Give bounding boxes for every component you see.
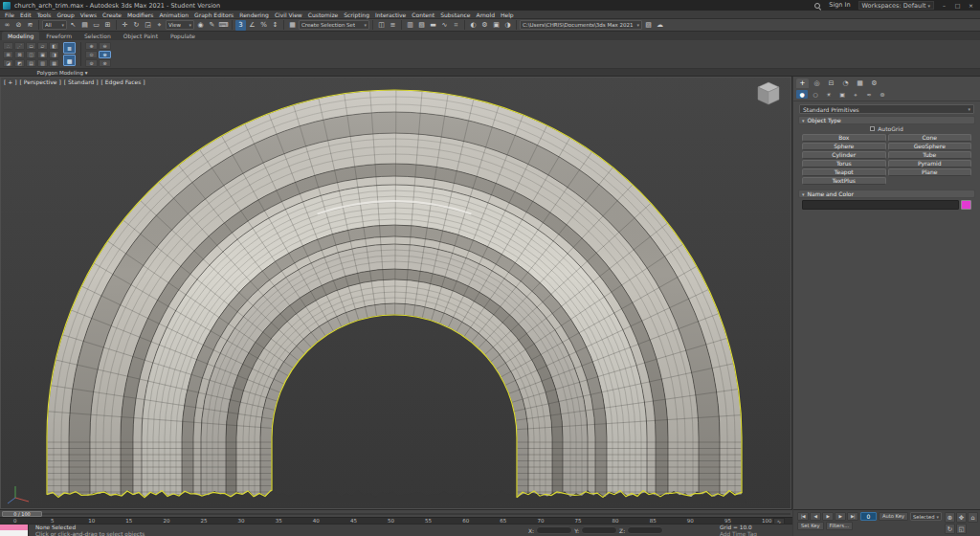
ribbon-tab-selection[interactable]: Selection xyxy=(78,32,117,40)
asset-library-icon[interactable]: ▨ xyxy=(643,20,654,31)
object-type-tube[interactable]: Tube xyxy=(888,151,972,159)
schematic-view-icon[interactable]: ⌗ xyxy=(451,20,461,31)
zoom-extents-icon[interactable]: ⌂ xyxy=(968,512,978,523)
ribbon-button[interactable]: ▦ xyxy=(49,59,59,67)
time-slider[interactable]: 0 / 100 xyxy=(0,509,792,517)
ribbon-button[interactable]: ▣ xyxy=(37,51,48,58)
use-pivot-center-icon[interactable]: ◉ xyxy=(195,20,206,31)
helpers-category[interactable]: ⌖ xyxy=(850,90,861,99)
create-tab[interactable]: + xyxy=(796,78,809,88)
pan-icon[interactable]: ✥ xyxy=(956,512,967,523)
display-tab[interactable]: ▦ xyxy=(854,78,866,88)
align-icon[interactable]: ≡ xyxy=(388,20,398,31)
geometry-category[interactable]: ● xyxy=(796,90,808,99)
lights-category[interactable]: ☀ xyxy=(823,90,835,99)
object-type-torus[interactable]: Torus xyxy=(802,160,886,168)
ribbon-button[interactable]: ▤ xyxy=(26,59,36,67)
menu-views[interactable]: Views xyxy=(78,11,100,19)
church-arch-model[interactable] xyxy=(42,90,746,503)
z-coordinate-field[interactable] xyxy=(627,526,663,534)
x-coordinate-field[interactable] xyxy=(536,526,572,534)
rendered-frame-window-icon[interactable]: ▣ xyxy=(491,20,501,31)
name-and-color-rollout-header[interactable]: ▾ Name and Color xyxy=(798,190,975,198)
auto-key-button[interactable]: Auto Key xyxy=(879,512,908,521)
edit-poly-mode-button[interactable]: ▩ xyxy=(63,55,76,66)
project-folder-dropdown[interactable]: C:\Users\CHRIS\Documents\3ds Max 2021▾ xyxy=(520,20,642,30)
unlink-selection-icon[interactable]: ⊘ xyxy=(13,20,24,31)
selection-region-icon[interactable]: ▭ xyxy=(91,20,101,31)
menu-graph-editors[interactable]: Graph Editors xyxy=(191,11,236,19)
viewport-menu-general[interactable]: [ + ] xyxy=(4,78,17,85)
ribbon-button[interactable]: ◨ xyxy=(49,51,59,58)
spinner-snap-icon[interactable]: ↕ xyxy=(270,20,280,31)
menu-rendering[interactable]: Rendering xyxy=(236,11,272,19)
mirror-icon[interactable]: ◫ xyxy=(376,20,387,31)
shapes-category[interactable]: ○ xyxy=(810,90,821,99)
menu-edit[interactable]: Edit xyxy=(17,11,34,19)
angle-snap-icon[interactable]: ∠ xyxy=(247,20,257,31)
viewcube[interactable] xyxy=(758,82,779,104)
motion-tab[interactable]: ◔ xyxy=(839,78,852,88)
add-time-tag[interactable]: Add Time Tag xyxy=(720,531,757,536)
systems-category[interactable]: ⊛ xyxy=(877,90,888,99)
close-button[interactable]: × xyxy=(965,1,977,10)
select-object-icon[interactable]: ↖ xyxy=(68,20,78,31)
edge-mode-button[interactable]: ⋰ xyxy=(14,42,25,50)
menu-civil-view[interactable]: Civil View xyxy=(272,11,305,19)
named-selection-set-dropdown[interactable]: Create Selection Set▾ xyxy=(299,20,369,30)
ribbon-tab-object-paint[interactable]: Object Paint xyxy=(118,32,164,40)
scene-explorer-icon[interactable]: ▥ xyxy=(405,20,415,31)
material-editor-icon[interactable]: ◐ xyxy=(468,20,479,31)
ribbon-tab-freeform[interactable]: Freeform xyxy=(40,32,78,40)
ribbon-button[interactable]: ⊙ xyxy=(85,51,98,58)
layer-explorer-icon[interactable]: ▧ xyxy=(416,20,427,31)
ribbon-button[interactable]: ◫ xyxy=(26,51,36,58)
ribbon-button[interactable]: ▥ xyxy=(37,59,48,67)
play-button[interactable]: ▶ xyxy=(822,512,834,521)
menu-file[interactable]: File xyxy=(2,11,17,19)
y-coordinate-field[interactable] xyxy=(581,526,617,534)
object-color-swatch[interactable] xyxy=(961,200,971,210)
object-type-sphere[interactable]: Sphere xyxy=(802,143,886,150)
render-production-icon[interactable]: ◑ xyxy=(502,20,513,31)
utilities-tab[interactable]: ⚙ xyxy=(868,78,880,88)
maxscript-mini-listener-white[interactable] xyxy=(0,530,29,536)
border-mode-button[interactable]: ▭ xyxy=(26,42,36,50)
next-frame-button[interactable]: ▶ xyxy=(835,512,846,521)
maximize-button[interactable]: □ xyxy=(951,1,964,10)
object-type-textplus[interactable]: TextPlus xyxy=(802,177,886,185)
ribbon-tab-populate[interactable]: Populate xyxy=(165,32,201,40)
viewport-menu-pov[interactable]: [ Perspective ] xyxy=(20,78,61,85)
previous-frame-button[interactable]: ◀ xyxy=(810,512,821,521)
select-and-link-icon[interactable]: ∞ xyxy=(2,20,12,31)
ribbon-button[interactable]: ⊖ xyxy=(99,42,111,50)
selection-filter-dropdown[interactable]: All▾ xyxy=(42,20,67,30)
object-type-plane[interactable]: Plane xyxy=(888,168,972,176)
menu-tools[interactable]: Tools xyxy=(34,11,55,19)
go-to-start-button[interactable]: |◀ xyxy=(797,512,809,521)
vertex-mode-button[interactable]: ∴ xyxy=(3,42,13,50)
go-to-end-button[interactable]: ▶| xyxy=(847,512,858,521)
space-warps-category[interactable]: ≈ xyxy=(863,90,875,99)
ribbon-button[interactable]: ◩ xyxy=(14,59,25,67)
object-type-cone[interactable]: Cone xyxy=(888,134,972,142)
primitive-type-dropdown[interactable]: Standard Primitives ▾ xyxy=(799,104,974,114)
object-type-rollout-header[interactable]: ▾ Object Type xyxy=(798,116,975,124)
object-type-box[interactable]: Box xyxy=(802,134,886,142)
edit-named-selection-sets-icon[interactable]: ▦ xyxy=(287,20,298,31)
menu-scripting[interactable]: Scripting xyxy=(341,11,372,19)
curve-editor-icon[interactable]: ∿ xyxy=(439,20,450,31)
cameras-category[interactable]: ▣ xyxy=(836,90,848,99)
track-bar[interactable]: ∿ 05101520253035404550556065707580859095… xyxy=(0,517,792,524)
ribbon-tab-modeling[interactable]: Modeling xyxy=(2,32,39,40)
object-type-geosphere[interactable]: GeoSphere xyxy=(888,143,972,150)
ribbon-toggle-icon[interactable]: ▬ xyxy=(428,20,438,31)
app-icon[interactable] xyxy=(3,2,11,10)
ribbon-button[interactable]: ◪ xyxy=(3,59,13,67)
menu-customize[interactable]: Customize xyxy=(305,11,342,19)
bind-to-space-warp-icon[interactable]: ≋ xyxy=(25,20,35,31)
perspective-viewport[interactable]: [ + ] [ Perspective ] [ Standard ] [ Edg… xyxy=(0,77,792,509)
reference-coordinate-dropdown[interactable]: View▾ xyxy=(166,20,194,30)
ribbon-button[interactable]: ⊛ xyxy=(99,51,111,58)
snaps-toggle-icon[interactable]: 3 xyxy=(235,20,246,31)
